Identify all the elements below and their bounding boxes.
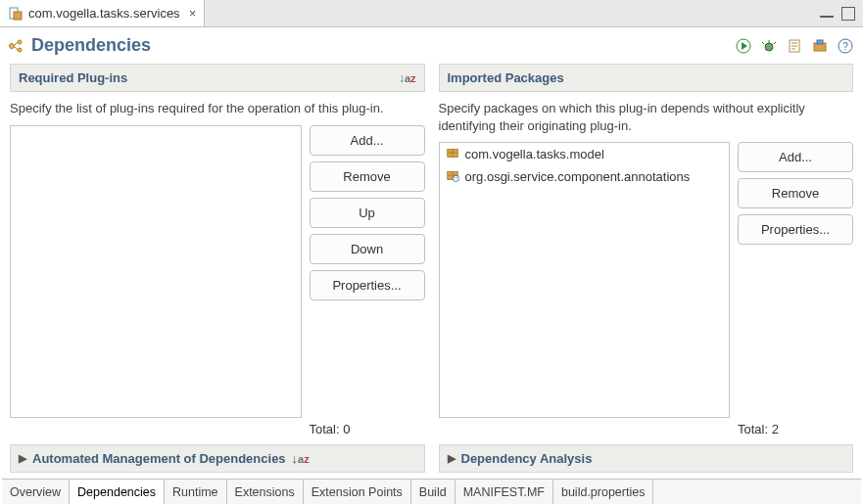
automated-mgmt-section[interactable]: ▶ Automated Management of Dependencies ↓… (10, 444, 425, 473)
export-icon[interactable] (787, 38, 802, 54)
maximize-icon[interactable] (841, 7, 855, 21)
svg-point-3 (18, 40, 22, 44)
svg-line-11 (774, 42, 776, 44)
imported-packages-list[interactable]: com.vogella.tasks.model?org.osgi.service… (439, 142, 731, 418)
editor-tab-bar: com.vogella.tasks.services × (0, 0, 863, 27)
svg-rect-15 (817, 40, 823, 44)
page-tab-build-properties[interactable]: build.properties (553, 480, 653, 504)
svg-point-4 (18, 48, 22, 52)
svg-line-6 (14, 46, 18, 50)
imported-packages-buttons: Add... Remove Properties... (738, 142, 853, 418)
chevron-right-icon: ▶ (448, 452, 455, 465)
properties-button[interactable]: Properties... (738, 214, 853, 245)
properties-button[interactable]: Properties... (310, 270, 425, 300)
editor-tab-label: com.vogella.tasks.services (28, 6, 180, 21)
imported-packages-header[interactable]: Imported Packages (439, 64, 854, 92)
list-item[interactable]: com.vogella.tasks.model (440, 143, 730, 165)
page-tab-extension-points[interactable]: Extension Points (304, 480, 411, 504)
down-button[interactable]: Down (310, 234, 425, 264)
run-icon[interactable] (736, 38, 751, 54)
section-title: Automated Management of Dependencies (32, 451, 286, 466)
page-tab-runtime[interactable]: Runtime (165, 480, 227, 504)
svg-point-2 (10, 43, 15, 48)
close-icon[interactable]: × (189, 6, 197, 21)
list-item[interactable]: ?org.osgi.service.component.annotations (440, 165, 730, 188)
required-total-label: Total: 0 (310, 418, 425, 436)
debug-icon[interactable] (761, 38, 777, 54)
add-button[interactable]: Add... (310, 125, 425, 156)
imported-packages-column: Imported Packages Specify packages on wh… (439, 64, 854, 473)
main-content: Required Plug-ins ↓az Specify the list o… (0, 64, 863, 479)
package-icon (446, 146, 459, 162)
svg-point-9 (765, 43, 773, 51)
required-plugins-buttons: Add... Remove Up Down Properties... (310, 125, 425, 418)
section-title: Dependency Analysis (461, 451, 593, 466)
add-button[interactable]: Add... (738, 142, 853, 172)
list-item-label: org.osgi.service.component.annotations (465, 169, 691, 184)
package-icon: ? (446, 168, 459, 185)
sort-alpha-icon[interactable]: ↓az (399, 71, 416, 85)
page-tab-manifest-mf[interactable]: MANIFEST.MF (455, 480, 553, 504)
up-button[interactable]: Up (310, 198, 425, 228)
page-title: Dependencies (31, 35, 151, 56)
svg-text:?: ? (842, 41, 848, 52)
minimize-icon[interactable] (820, 10, 834, 18)
page-tab-dependencies[interactable]: Dependencies (70, 480, 165, 504)
organize-manifests-icon[interactable] (812, 38, 828, 54)
section-title: Required Plug-ins (19, 70, 127, 85)
required-plugins-column: Required Plug-ins ↓az Specify the list o… (10, 64, 425, 473)
page-tab-extensions[interactable]: Extensions (227, 480, 304, 504)
list-item-label: com.vogella.tasks.model (465, 147, 604, 161)
section-title: Imported Packages (448, 70, 564, 85)
svg-line-10 (762, 42, 764, 44)
editor-tab[interactable]: com.vogella.tasks.services × (0, 0, 205, 26)
svg-rect-1 (14, 12, 22, 20)
chevron-right-icon: ▶ (19, 452, 26, 465)
help-icon[interactable]: ? (838, 38, 853, 54)
svg-line-5 (14, 42, 18, 46)
form-header: Dependencies ? (0, 27, 863, 64)
remove-button[interactable]: Remove (738, 178, 853, 208)
plugin-file-icon (8, 6, 24, 22)
required-plugins-list[interactable] (10, 125, 302, 418)
page-tab-overview[interactable]: Overview (2, 480, 70, 504)
imported-packages-desc: Specify packages on which this plug-in d… (439, 92, 854, 142)
dependency-analysis-section[interactable]: ▶ Dependency Analysis (439, 444, 854, 473)
required-plugins-desc: Specify the list of plug-ins required fo… (10, 92, 425, 125)
required-plugins-header[interactable]: Required Plug-ins ↓az (10, 64, 425, 92)
remove-button[interactable]: Remove (310, 161, 425, 192)
dependencies-page-icon (8, 38, 24, 54)
page-tab-build[interactable]: Build (411, 480, 455, 504)
form-page-tabs: OverviewDependenciesRuntimeExtensionsExt… (2, 479, 861, 504)
sort-alpha-icon[interactable]: ↓az (292, 451, 310, 466)
form-toolbar: ? (736, 38, 853, 54)
imported-total-label: Total: 2 (738, 418, 853, 436)
